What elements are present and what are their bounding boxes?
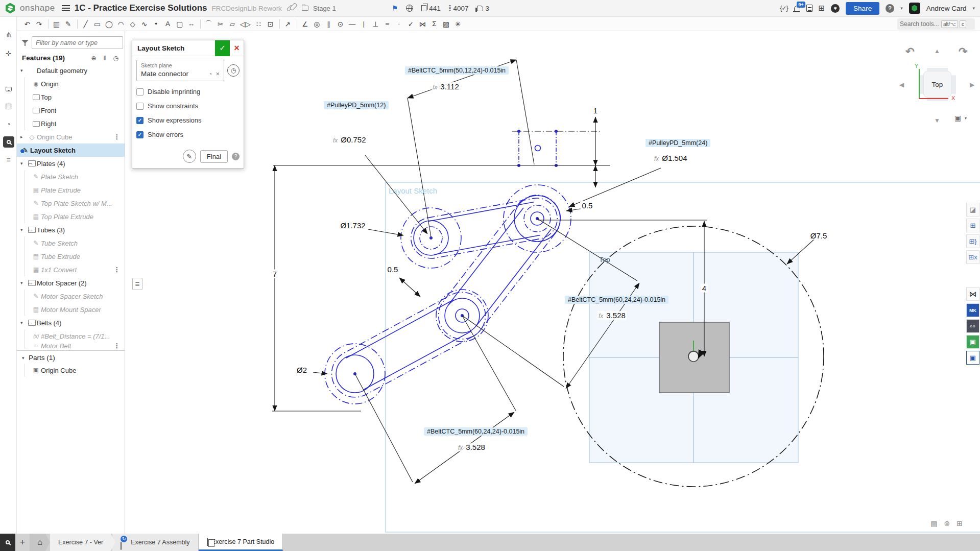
dim-7[interactable]: 7 [271,270,278,278]
main-menu-icon[interactable] [62,5,70,11]
workspace-name[interactable]: Stage 1 [313,5,336,12]
dim-d7-5[interactable]: Ø7.5 [809,231,829,240]
equation-constraint[interactable]: Σ [429,18,441,30]
tool-search-input[interactable] [900,20,940,28]
expression-value[interactable]: fx3.528 [457,443,486,451]
feature-tube-extrude[interactable]: Tube Extrude [17,250,125,263]
dim-4[interactable]: 4 [701,284,708,293]
arc-tool[interactable]: ◠ [115,18,127,30]
learning-flag-icon[interactable]: ⚑ [392,4,398,12]
tree-caret-icon[interactable]: ▾ [20,68,27,73]
sketch-geometry[interactable] [125,31,980,534]
clear-selection-icon[interactable]: × [216,70,220,78]
expression-tag[interactable]: #PulleyPD_5mm(12) [324,101,389,109]
hatch-display[interactable]: ▨ [441,18,452,30]
tab-part-studio[interactable]: Exercise 7 Part Studio [199,534,283,551]
robot-app[interactable]: oo [966,319,979,333]
kebab-menu-icon[interactable]: ⋮ [114,343,125,349]
checkbox-icon[interactable] [136,131,144,138]
show-errors-checkbox[interactable]: Show errors [136,131,240,138]
tree-caret-icon[interactable]: ▾ [20,227,27,232]
tab-search-button[interactable] [0,534,15,551]
feature-origin-cube[interactable]: ▸ Origin Cube ⋮ [17,130,125,143]
tool-search[interactable]: alt/⌥ c [897,18,975,30]
dim-1[interactable]: 1 [592,106,599,115]
outline[interactable]: ≡ [0,153,17,166]
graphics-canvas[interactable]: Layout Sketch Top #BeltCTC_5mm(50,12,24)… [125,31,980,534]
assistant-icon[interactable]: ✱ [831,4,840,13]
mate-connector-button[interactable]: ◷ [227,64,240,77]
dimension-tool[interactable]: ↗ [282,18,294,30]
feature-1x1-convert[interactable]: 1x1 Convert ⋮ [17,263,125,276]
search[interactable] [0,135,17,149]
feature-motor-belt[interactable]: Motor Belt ⋮ [17,343,125,349]
expression-value[interactable]: fx3.528 [597,311,627,320]
perpendicular-constraint[interactable]: ⊥ [370,18,382,30]
rotate-right-icon[interactable]: ▶ [970,81,974,88]
add-tab-button[interactable]: + [15,534,30,551]
feature-top-plane[interactable]: Top [17,90,125,104]
fillet-tool[interactable]: ⌒ [203,18,215,30]
perspective-view[interactable]: ⊚ [944,519,950,528]
tree-caret-icon[interactable]: ▾ [20,161,27,166]
use-project-tool[interactable]: ▱ [227,18,238,30]
dim-0-5-top[interactable]: 0.5 [581,201,594,210]
slot-tool[interactable]: ▢ [174,18,186,30]
feature-plate-extrude[interactable]: Plate Extrude [17,183,125,197]
spline-tool[interactable]: ∿ [139,18,151,30]
link-icon[interactable] [286,5,293,11]
offset-tool[interactable]: ↔ [186,18,198,30]
show-constraints-checkbox[interactable]: Show constraints [136,102,240,110]
tree-collapse-handle[interactable]: ☰ [132,278,142,290]
pattern-tool[interactable]: ∷ [253,18,265,30]
versions-stat[interactable]: ⁞4007 [449,4,469,12]
rotate-ccw-icon[interactable]: ↶ [905,45,915,58]
constraints-display[interactable]: ✳ [452,18,464,30]
midpoint-constraint[interactable]: ∙ [394,18,405,30]
feature-filter-input[interactable] [32,36,123,49]
folder-motor-spacer[interactable]: ▾ Motor Spacer (2) [17,276,125,290]
expression-value[interactable]: fx3.112 [432,82,460,91]
notifications-button[interactable]: 9+ [794,6,800,11]
tree-caret-icon[interactable]: ▾ [20,280,27,285]
symmetric-constraint[interactable]: ⋈ [417,18,429,30]
feature-origin[interactable]: Origin [17,77,125,90]
feature-motor-mount-spacer[interactable]: Motor Mount Spacer [17,303,125,316]
rotate-down-icon[interactable]: ▼ [934,117,940,124]
feature-brace-panel[interactable]: ⊞} [966,234,979,248]
filter-icon[interactable] [22,41,28,44]
sketch-plane-value[interactable]: Mate connector [141,70,208,78]
checkbox-icon[interactable] [136,117,144,124]
trim-tool[interactable]: ✂ [215,18,227,30]
featurescript-check-icon[interactable]: {✓} [780,5,787,12]
parallel-constraint[interactable]: ∥ [323,18,335,30]
line-tool[interactable]: ╱ [80,18,92,30]
library-green-app[interactable]: ▣ [966,335,979,349]
circle-tool[interactable]: ◯ [104,18,115,30]
dim-0-5-mid[interactable]: 0.5 [386,265,400,274]
view-cube-top-face[interactable]: Top [923,71,951,98]
help-caret-icon[interactable]: ▾ [900,6,903,11]
comments[interactable] [0,82,17,95]
dim-d2[interactable]: Ø2 [295,366,308,374]
cancel-button[interactable]: × [230,40,244,56]
tree-caret-icon[interactable]: ▾ [20,320,27,325]
horizontal-constraint[interactable]: — [347,18,358,30]
mkcad-app[interactable]: MK [966,303,979,317]
mirror-tool[interactable]: ◁▷ [238,18,253,30]
share-button[interactable]: Share [846,2,879,15]
feature-expression-panel[interactable]: ⊞x [966,250,979,264]
expression-tag[interactable]: #BeltCTC_5mm(60,24,24)-0.015in [424,427,528,436]
expression-tag[interactable]: #PulleyPD_5mm(24) [646,139,710,147]
kebab-menu-icon[interactable]: ⋮ [114,266,125,273]
folder-plates[interactable]: ▾ Plates (4) [17,157,125,170]
feature-belt-distance[interactable]: #Belt_Distance = (7/1... [17,329,125,343]
public-globe-icon[interactable] [406,5,413,12]
library-blue-app[interactable]: ▣ [966,351,979,365]
redo[interactable]: ↷ [34,18,45,30]
feature-layout-sketch[interactable]: Layout Sketch [17,143,125,157]
point-tool[interactable]: • [151,18,162,30]
dialog-help-icon[interactable]: ? [232,153,240,160]
export-view[interactable]: ▤ [930,519,937,528]
expression-value[interactable]: fxØ0.752 [332,135,367,144]
